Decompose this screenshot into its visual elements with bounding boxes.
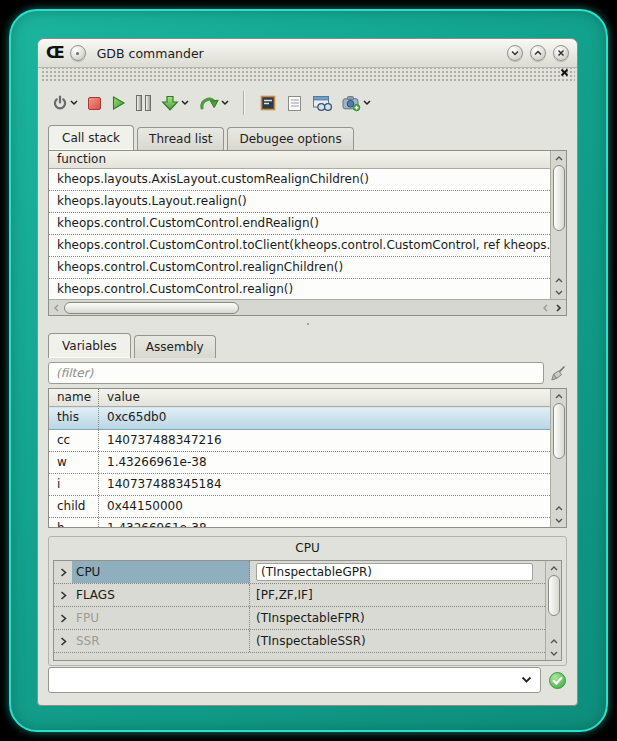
scrollbar-thumb[interactable] [553,165,565,231]
table-row[interactable]: kheops.control.CustomControl.realign() [49,279,550,299]
table-row[interactable]: w 1.43266961e-38 [49,452,550,474]
expand-button[interactable] [54,637,72,646]
table-row[interactable]: cc 140737488347216 [49,430,550,452]
table-row[interactable]: FPU (TInspectableFPR) [54,607,545,630]
table-row[interactable]: kheops.control.CustomControl.endRealign(… [49,213,550,235]
tab-assembly[interactable]: Assembly [134,335,216,358]
scroll-up-button[interactable] [546,634,561,647]
chevron-down-icon [70,100,78,106]
variables-table: name value this 0xc65db0 cc 140737488347… [48,388,567,528]
gdb-commander-window: Œ GDB commander [37,38,578,706]
filter-input[interactable] [48,362,544,384]
dock-handle[interactable] [40,68,575,82]
tab-debugee-options[interactable]: Debugee options [227,127,353,150]
stop-button[interactable] [86,95,103,112]
window-title: GDB commander [97,46,204,61]
watch-button[interactable] [310,93,334,114]
scroll-right-button[interactable] [552,300,566,315]
expand-button[interactable] [54,591,72,600]
chevron-down-icon [555,290,563,296]
close-button[interactable] [553,45,569,61]
snapshot-button[interactable] [340,93,373,114]
table-row[interactable]: child 0x44150000 [49,496,550,518]
expand-button[interactable] [54,568,72,577]
app-frame: Œ GDB commander [9,9,608,732]
chevron-up-icon [555,393,563,399]
debug-toolbar [38,82,577,124]
variables-tabbar: Variables Assembly [38,332,577,358]
callstack-horizontal-scrollbar[interactable] [49,299,566,315]
table-row[interactable]: i 140737488345184 [49,474,550,496]
minimize-button[interactable] [507,45,523,61]
scroll-up-button[interactable] [551,151,566,164]
scrollbar-thumb[interactable] [548,575,560,616]
chevron-right-icon [60,591,67,600]
scroll-left-button[interactable] [49,300,63,315]
table-row[interactable]: kheops.layouts.Layout.realign() [49,191,550,213]
power-icon [52,95,68,111]
chevron-down-icon [555,518,563,524]
toolbar-separator [243,91,245,115]
close-icon [560,68,569,77]
callstack-vertical-scrollbar[interactable] [550,151,566,299]
column-header-name[interactable]: name [49,389,99,406]
expand-button[interactable] [54,614,72,623]
scroll-left-button[interactable] [538,300,552,315]
step-over-button[interactable] [197,93,231,113]
clear-filter-button[interactable] [549,364,567,383]
close-icon [557,49,565,57]
column-header-value[interactable]: value [99,389,148,406]
command-combobox[interactable] [48,667,541,693]
pause-button[interactable] [134,93,153,113]
cpu-view-button[interactable] [257,92,279,114]
power-button[interactable] [50,93,80,113]
snapshot-icon [342,95,361,112]
maximize-button[interactable] [530,45,546,61]
cpu-groupbox-title: CPU [49,537,566,560]
titlebar[interactable]: Œ GDB commander [38,39,577,68]
submit-command-button[interactable] [548,671,567,690]
tab-variables[interactable]: Variables [48,333,131,358]
broom-icon [549,364,567,383]
output-list-icon [287,95,302,112]
table-row[interactable]: this 0xc65db0 [49,407,550,430]
scroll-up-button[interactable] [551,273,566,286]
cpu-vertical-scrollbar[interactable] [545,561,561,660]
variables-vertical-scrollbar[interactable] [550,389,566,527]
run-button[interactable] [109,93,128,113]
column-header-function[interactable]: function [49,151,114,168]
scroll-up-button[interactable] [546,561,561,574]
callstack-tabbar: Call stack Thread list Debugee options [38,124,577,150]
register-value-input[interactable] [256,563,533,581]
scroll-down-button[interactable] [551,286,566,299]
table-row[interactable]: kheops.control.CustomControl.realignChil… [49,257,550,279]
combo-dropdown-button[interactable] [513,676,540,684]
scrollbar-thumb[interactable] [553,403,565,459]
scroll-down-button[interactable] [546,647,561,660]
output-button[interactable] [285,93,304,114]
command-input[interactable] [49,673,513,687]
pin-icon [76,52,79,55]
chevron-up-icon [555,155,563,161]
dock-close-button[interactable] [560,68,569,77]
step-into-button[interactable] [159,93,191,113]
splitter-handle[interactable] [38,316,577,332]
tab-call-stack[interactable]: Call stack [48,125,134,150]
watch-icon [312,95,332,112]
callstack-rows: kheops.layouts.AxisLayout.customRealignC… [49,169,550,299]
table-row[interactable]: h 1.43266961e-38 [49,518,550,527]
table-row[interactable]: kheops.layouts.AxisLayout.customRealignC… [49,169,550,191]
chevron-up-icon [550,638,558,644]
table-row[interactable]: CPU [54,561,545,584]
chevron-down-icon [511,49,519,57]
scroll-up-button[interactable] [551,501,566,514]
scroll-up-button[interactable] [551,389,566,402]
table-row[interactable]: FLAGS [PF,ZF,IF] [54,584,545,607]
scroll-down-button[interactable] [551,514,566,527]
pin-button[interactable] [70,45,86,61]
tab-thread-list[interactable]: Thread list [137,127,224,150]
table-row[interactable]: SSR (TInspectableSSR) [54,630,545,653]
scrollbar-thumb[interactable] [64,302,239,314]
chevron-down-icon [550,651,558,657]
table-row[interactable]: kheops.control.CustomControl.toClient(kh… [49,235,550,257]
